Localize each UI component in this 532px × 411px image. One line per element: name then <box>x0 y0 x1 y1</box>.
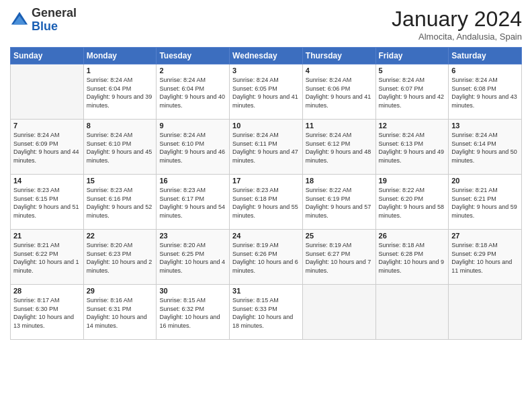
day-number: 13 <box>451 122 519 130</box>
day-header-monday: Monday <box>83 48 157 64</box>
day-number: 24 <box>232 232 300 240</box>
calendar-cell: 17Sunrise: 8:23 AMSunset: 6:18 PMDayligh… <box>230 175 303 230</box>
day-number: 9 <box>159 122 226 130</box>
calendar-cell: 15Sunrise: 8:23 AMSunset: 6:16 PMDayligh… <box>83 175 157 230</box>
day-number: 6 <box>451 66 519 75</box>
calendar-cell: 26Sunrise: 8:18 AMSunset: 6:28 PMDayligh… <box>375 230 449 285</box>
day-number: 31 <box>232 287 300 295</box>
day-info: Sunrise: 8:23 AMSunset: 6:18 PMDaylight:… <box>232 186 300 220</box>
day-info: Sunrise: 8:24 AMSunset: 6:08 PMDaylight:… <box>451 76 519 109</box>
day-number: 4 <box>306 66 373 75</box>
day-number: 23 <box>159 232 226 240</box>
calendar-cell: 25Sunrise: 8:19 AMSunset: 6:27 PMDayligh… <box>302 230 375 285</box>
day-info: Sunrise: 8:18 AMSunset: 6:29 PMDaylight:… <box>451 241 519 275</box>
day-number: 1 <box>87 66 154 75</box>
calendar-cell: 24Sunrise: 8:19 AMSunset: 6:26 PMDayligh… <box>230 230 303 285</box>
day-number: 2 <box>159 66 226 75</box>
page: General Blue January 2024 Almocita, Anda… <box>0 0 532 411</box>
day-header-sunday: Sunday <box>11 48 84 64</box>
logo-line1: General <box>32 7 77 20</box>
day-info: Sunrise: 8:24 AMSunset: 6:13 PMDaylight:… <box>379 131 446 165</box>
calendar-cell: 21Sunrise: 8:21 AMSunset: 6:22 PMDayligh… <box>11 230 84 285</box>
day-number: 11 <box>306 122 373 130</box>
day-info: Sunrise: 8:24 AMSunset: 6:10 PMDaylight:… <box>159 131 226 165</box>
day-info: Sunrise: 8:23 AMSunset: 6:17 PMDaylight:… <box>159 186 226 220</box>
day-info: Sunrise: 8:24 AMSunset: 6:14 PMDaylight:… <box>451 131 519 165</box>
day-number: 30 <box>159 287 226 295</box>
calendar-cell <box>302 285 375 340</box>
day-header-wednesday: Wednesday <box>230 48 303 64</box>
day-info: Sunrise: 8:20 AMSunset: 6:25 PMDaylight:… <box>159 241 226 275</box>
calendar-cell: 11Sunrise: 8:24 AMSunset: 6:12 PMDayligh… <box>302 120 375 175</box>
calendar-header-row: SundayMondayTuesdayWednesdayThursdayFrid… <box>11 48 522 64</box>
calendar-cell: 4Sunrise: 8:24 AMSunset: 6:06 PMDaylight… <box>302 64 375 120</box>
calendar-cell: 5Sunrise: 8:24 AMSunset: 6:07 PMDaylight… <box>375 64 449 120</box>
calendar-cell: 19Sunrise: 8:22 AMSunset: 6:20 PMDayligh… <box>375 175 449 230</box>
day-info: Sunrise: 8:19 AMSunset: 6:27 PMDaylight:… <box>306 241 373 275</box>
calendar-cell <box>375 285 449 340</box>
calendar-cell: 22Sunrise: 8:20 AMSunset: 6:23 PMDayligh… <box>83 230 157 285</box>
day-info: Sunrise: 8:18 AMSunset: 6:28 PMDaylight:… <box>379 241 446 275</box>
calendar-cell: 18Sunrise: 8:22 AMSunset: 6:19 PMDayligh… <box>302 175 375 230</box>
day-number: 16 <box>159 177 226 185</box>
day-info: Sunrise: 8:24 AMSunset: 6:12 PMDaylight:… <box>306 131 373 165</box>
main-title: January 2024 <box>392 7 522 32</box>
day-info: Sunrise: 8:22 AMSunset: 6:20 PMDaylight:… <box>379 186 446 220</box>
day-number: 19 <box>379 177 446 185</box>
day-info: Sunrise: 8:24 AMSunset: 6:10 PMDaylight:… <box>87 131 154 165</box>
calendar-cell: 28Sunrise: 8:17 AMSunset: 6:30 PMDayligh… <box>11 285 84 340</box>
calendar-cell <box>11 64 84 120</box>
calendar-table: SundayMondayTuesdayWednesdayThursdayFrid… <box>10 47 522 340</box>
day-info: Sunrise: 8:24 AMSunset: 6:07 PMDaylight:… <box>379 76 446 109</box>
day-info: Sunrise: 8:24 AMSunset: 6:11 PMDaylight:… <box>232 131 300 165</box>
day-header-friday: Friday <box>375 48 449 64</box>
day-number: 21 <box>13 232 81 240</box>
day-info: Sunrise: 8:23 AMSunset: 6:15 PMDaylight:… <box>13 186 81 220</box>
day-number: 10 <box>232 122 300 130</box>
calendar-week-5: 28Sunrise: 8:17 AMSunset: 6:30 PMDayligh… <box>11 285 522 340</box>
logo-icon <box>10 11 29 30</box>
calendar-cell: 2Sunrise: 8:24 AMSunset: 6:04 PMDaylight… <box>157 64 230 120</box>
calendar-cell <box>449 285 522 340</box>
logo-line2: Blue <box>32 20 77 34</box>
calendar-cell: 3Sunrise: 8:24 AMSunset: 6:05 PMDaylight… <box>230 64 303 120</box>
logo: General Blue <box>10 7 77 34</box>
logo-text: General Blue <box>32 7 77 34</box>
day-info: Sunrise: 8:24 AMSunset: 6:09 PMDaylight:… <box>13 131 81 165</box>
day-number: 29 <box>87 287 154 295</box>
day-header-tuesday: Tuesday <box>157 48 230 64</box>
day-number: 14 <box>13 177 81 185</box>
day-info: Sunrise: 8:24 AMSunset: 6:04 PMDaylight:… <box>159 76 226 109</box>
calendar-cell: 29Sunrise: 8:16 AMSunset: 6:31 PMDayligh… <box>83 285 157 340</box>
calendar-cell: 9Sunrise: 8:24 AMSunset: 6:10 PMDaylight… <box>157 120 230 175</box>
calendar-cell: 1Sunrise: 8:24 AMSunset: 6:04 PMDaylight… <box>83 64 157 120</box>
day-header-saturday: Saturday <box>449 48 522 64</box>
title-block: January 2024 Almocita, Andalusia, Spain <box>392 7 522 42</box>
calendar-cell: 16Sunrise: 8:23 AMSunset: 6:17 PMDayligh… <box>157 175 230 230</box>
calendar-week-1: 1Sunrise: 8:24 AMSunset: 6:04 PMDaylight… <box>11 64 522 120</box>
day-info: Sunrise: 8:24 AMSunset: 6:04 PMDaylight:… <box>87 76 154 109</box>
calendar-cell: 31Sunrise: 8:15 AMSunset: 6:33 PMDayligh… <box>230 285 303 340</box>
day-info: Sunrise: 8:24 AMSunset: 6:06 PMDaylight:… <box>306 76 373 109</box>
day-info: Sunrise: 8:20 AMSunset: 6:23 PMDaylight:… <box>87 241 154 275</box>
calendar-cell: 14Sunrise: 8:23 AMSunset: 6:15 PMDayligh… <box>11 175 84 230</box>
calendar-cell: 30Sunrise: 8:15 AMSunset: 6:32 PMDayligh… <box>157 285 230 340</box>
day-number: 18 <box>306 177 373 185</box>
day-number: 25 <box>306 232 373 240</box>
calendar-week-2: 7Sunrise: 8:24 AMSunset: 6:09 PMDaylight… <box>11 120 522 175</box>
calendar-cell: 8Sunrise: 8:24 AMSunset: 6:10 PMDaylight… <box>83 120 157 175</box>
day-info: Sunrise: 8:24 AMSunset: 6:05 PMDaylight:… <box>232 76 300 109</box>
subtitle: Almocita, Andalusia, Spain <box>392 32 522 42</box>
calendar-cell: 23Sunrise: 8:20 AMSunset: 6:25 PMDayligh… <box>157 230 230 285</box>
day-info: Sunrise: 8:23 AMSunset: 6:16 PMDaylight:… <box>87 186 154 220</box>
day-number: 5 <box>379 66 446 75</box>
day-number: 8 <box>87 122 154 130</box>
calendar-cell: 13Sunrise: 8:24 AMSunset: 6:14 PMDayligh… <box>449 120 522 175</box>
day-info: Sunrise: 8:17 AMSunset: 6:30 PMDaylight:… <box>13 296 81 330</box>
day-info: Sunrise: 8:21 AMSunset: 6:22 PMDaylight:… <box>13 241 81 275</box>
day-number: 22 <box>87 232 154 240</box>
calendar-cell: 27Sunrise: 8:18 AMSunset: 6:29 PMDayligh… <box>449 230 522 285</box>
day-info: Sunrise: 8:16 AMSunset: 6:31 PMDaylight:… <box>87 296 154 330</box>
day-number: 12 <box>379 122 446 130</box>
day-info: Sunrise: 8:19 AMSunset: 6:26 PMDaylight:… <box>232 241 300 275</box>
